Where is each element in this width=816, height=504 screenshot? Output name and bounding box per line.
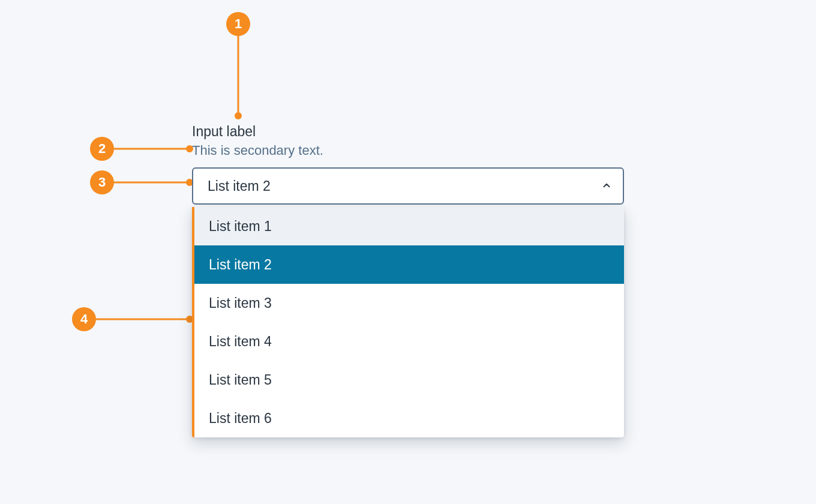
select-option[interactable]: List item 4 [194, 322, 624, 361]
input-label: Input label [192, 123, 624, 141]
input-secondary-text: This is secondary text. [192, 142, 624, 160]
select-option[interactable]: List item 1 [194, 207, 624, 245]
annotation-badge: 1 [226, 12, 250, 36]
select-option-label: List item 2 [209, 257, 272, 273]
annotation-number: 3 [98, 175, 106, 190]
annotation-badge: 3 [90, 170, 114, 194]
select-option-label: List item 3 [209, 295, 272, 311]
diagram-stage: Input label This is secondary text. List… [0, 0, 816, 504]
select-option[interactable]: List item 6 [194, 399, 624, 437]
annotation-badge: 4 [72, 307, 96, 331]
select-option-label: List item 6 [209, 410, 272, 427]
annotation-badge: 2 [90, 137, 114, 161]
select-trigger[interactable]: List item 2 [192, 167, 624, 205]
annotation-number: 2 [98, 141, 106, 157]
select-value: List item 2 [208, 178, 271, 194]
select-option-label: List item 4 [209, 334, 272, 350]
select-option[interactable]: List item 2 [194, 245, 624, 284]
select-option-label: List item 5 [209, 372, 272, 388]
select-option[interactable]: List item 3 [194, 284, 624, 322]
select-option-label: List item 1 [209, 218, 272, 235]
svg-point-1 [235, 112, 242, 119]
chevron-up-icon [601, 178, 612, 194]
annotation-number: 4 [80, 311, 88, 327]
select-option[interactable]: List item 5 [194, 361, 624, 399]
select-field: Input label This is secondary text. List… [192, 123, 624, 437]
select-dropdown: List item 1List item 2List item 3List it… [192, 207, 624, 437]
annotation-number: 1 [235, 16, 242, 32]
